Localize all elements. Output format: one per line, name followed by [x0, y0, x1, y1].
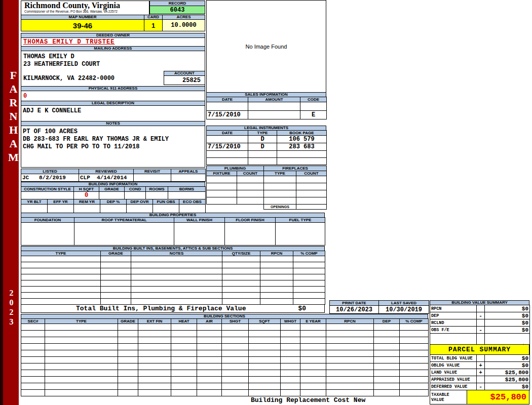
eff-yr-header: EFF YR — [48, 199, 74, 205]
instrument-type-header: TYPE — [248, 131, 277, 136]
building-sections-empty-row — [21, 357, 429, 363]
instrument-type: D — [248, 136, 277, 143]
built-ins-empty-row — [21, 287, 325, 293]
parcel-label: OBLDG VALUE — [430, 362, 477, 369]
built-ins-qty-header: QTY/SIZE — [222, 251, 260, 256]
replacement-cost-label: Building Replacement Cost New — [251, 396, 365, 404]
taxable-value-amount: $25,800 — [467, 390, 529, 404]
parcel-label: DEFERRED VALUE — [430, 383, 477, 390]
taxable-value-label: TAXABLE VALUE — [430, 390, 467, 404]
built-ins-rpcn-header: RPCN — [260, 251, 293, 256]
instrument-row: D 106 579 — [207, 136, 327, 143]
plumbing-fireplace-empty-row — [207, 176, 327, 183]
built-ins-total-value: $0 — [298, 305, 306, 312]
sales-amount — [248, 102, 300, 111]
built-ins-grade-header: GRADE — [101, 251, 131, 256]
fuel-type-header: FUEL TYPE — [276, 218, 325, 223]
parcel-value: $0 — [485, 362, 530, 369]
fixture-header: FIXTURE — [207, 171, 237, 176]
parcel-row: DEFERRED VALUE - $0 — [430, 383, 530, 390]
instrument-bookpage: 283 683 — [277, 143, 327, 151]
parcel-op: + — [477, 369, 485, 376]
sales-row — [207, 102, 327, 111]
openings-label: OPENINGS — [264, 205, 296, 210]
building-sections-empty-row — [21, 370, 429, 377]
parcel-summary: PARCEL SUMMARY TOTAL BLDG VALUE $0 OBLDG… — [430, 344, 529, 404]
summary-label: RCLND — [430, 319, 477, 327]
sec-air-header: AIR — [197, 319, 222, 324]
summary-op — [477, 305, 485, 312]
instrument-date — [207, 136, 248, 143]
print-info: PRINT DATE LAST SAVED 10/26/2023 10/30/2… — [329, 300, 429, 314]
instrument-date-header: DATE — [207, 131, 248, 136]
parcel-value: $0 — [485, 383, 530, 390]
appeals-value — [171, 174, 206, 182]
cond-header: COND — [125, 187, 146, 192]
tax-year: 2023 — [7, 289, 16, 327]
floor-finish-header: FLOOR FINISH — [225, 218, 276, 223]
parcel-summary-title: PARCEL SUMMARY — [430, 344, 529, 355]
fun-obs-header: FUN OBS — [153, 199, 179, 205]
parcel-op — [477, 376, 485, 383]
roof-type-header: ROOF TYPE/MATERIAL — [74, 218, 174, 223]
revisit-value — [134, 174, 171, 182]
sec-eyear-header: E YEAR — [300, 319, 326, 324]
notes-line-2: DB 283-683 FR EARL RAY THOMAS JR & EMILY — [23, 136, 169, 143]
summary-value: $0 — [485, 327, 530, 334]
legal-description-box: ADJ E K CONNELLE — [21, 105, 205, 122]
sales-amount-header: AMOUNT — [248, 97, 300, 102]
plumbing-fireplaces-section: PLUMBING FIREPLACES FIXTURE COUNT TYPE C… — [206, 166, 326, 210]
building-information-section: BUILDING INFORMATION CONSTRUCTION STYLE … — [21, 182, 205, 214]
built-ins-empty-row — [21, 280, 325, 287]
building-sections: BUILDING SECTIONS SEC# TYPE GRADE EXT FI… — [21, 314, 428, 396]
sales-information-section: SALES INFORMATION DATE AMOUNT CODE 7/15/… — [206, 92, 326, 119]
sales-amount — [248, 111, 300, 119]
instrument-bookpage: 106 579 — [277, 136, 327, 143]
deeded-owner-value: THOMAS EMILY D TRUSTEE — [21, 37, 205, 47]
built-ins-empty-row — [21, 268, 325, 274]
parcel-label: TOTAL BLDG VALUE — [430, 355, 477, 362]
fireplaces-title: FIREPLACES — [264, 166, 327, 171]
instrument-row: 7/15/2010 D 283 683 — [207, 143, 327, 151]
h-sqft-value: 0 — [74, 192, 99, 199]
mailing-line-3: KILMARNOCK, VA 22482-0000 — [23, 75, 115, 82]
building-info-values-row: 0 — [21, 192, 206, 199]
map-number-value: 39-46 — [21, 19, 144, 31]
built-ins-empty-row — [21, 262, 325, 268]
parcel-value: $25,800 — [485, 369, 530, 376]
instrument-date: 7/15/2010 — [207, 143, 248, 151]
last-saved-value: 10/30/2019 — [379, 306, 429, 314]
summary-value: $0 — [485, 305, 530, 312]
building-sections-empty-row — [21, 344, 429, 350]
sales-date — [207, 102, 248, 111]
construction-style-header: CONSTRUCTION STYLE — [21, 187, 74, 192]
built-ins-empty-row — [21, 299, 325, 305]
sec-rpcn-header: RPCN — [326, 319, 374, 324]
plumbing-title: PLUMBING — [207, 166, 264, 171]
summary-row: OBS F/E - $0 — [430, 327, 530, 334]
dep-pct-header: DEP % — [100, 199, 127, 205]
summary-op: - — [477, 327, 485, 334]
sec-whgt-header: WHGT — [281, 319, 300, 324]
card-value: 1 — [144, 19, 163, 31]
building-properties-values-row — [21, 223, 325, 246]
parcel-op — [477, 355, 485, 362]
dep-ovr-header: DEP OVR — [127, 199, 153, 205]
instrument-empty-row — [207, 151, 327, 158]
summary-label: RPCN — [430, 305, 477, 312]
built-ins-notes-header: NOTES — [131, 251, 222, 256]
plumbing-fireplace-empty-row — [207, 197, 327, 205]
summary-op — [477, 319, 485, 327]
deeded-owner-text: THOMAS EMILY D TRUSTEE — [23, 38, 115, 46]
bdrms-header: BDRMS — [168, 187, 206, 192]
sales-date-header: DATE — [207, 97, 248, 102]
appeals-col-header: APPEALS — [171, 169, 206, 174]
reviewed-col-header: REVIEWED — [79, 169, 134, 174]
sec-num-header: SEC# — [21, 319, 45, 324]
building-sections-empty-row — [21, 331, 429, 337]
reviewed-value: CLP 4/14/2014 — [79, 174, 134, 182]
physical-address-box: 0 — [21, 91, 205, 101]
taxable-label-line2: VALUE — [431, 397, 466, 402]
sales-code — [300, 102, 327, 111]
fireplace-count-header: COUNT — [296, 171, 327, 176]
